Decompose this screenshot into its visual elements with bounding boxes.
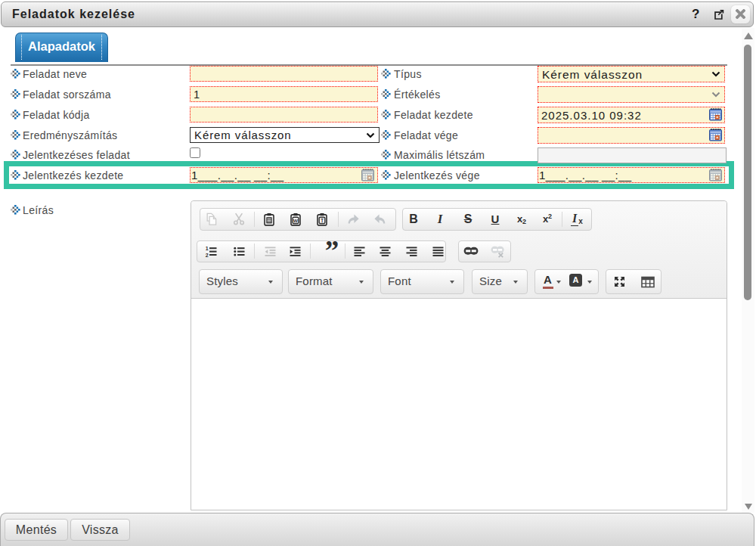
svg-text:W: W: [293, 218, 298, 223]
svg-text:2: 2: [205, 253, 208, 258]
svg-text:1: 1: [205, 246, 208, 251]
